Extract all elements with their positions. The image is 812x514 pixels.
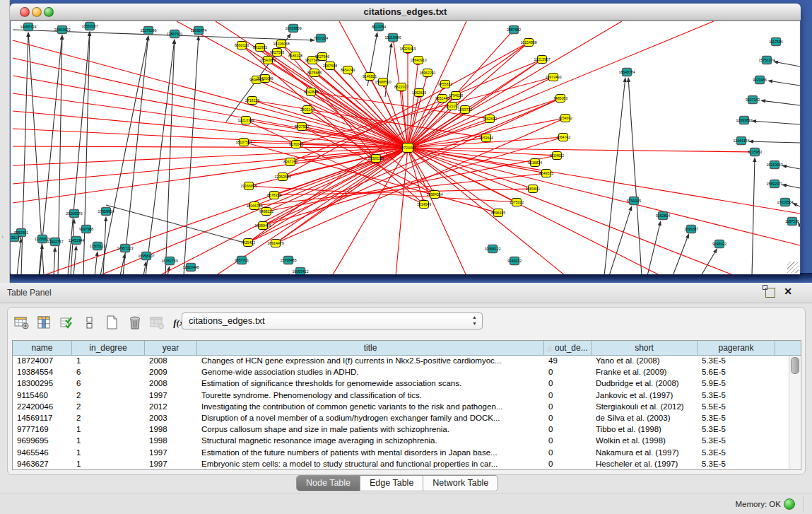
graph-node-label: 16210643 — [766, 163, 782, 167]
table-cell: 1997 — [145, 390, 197, 402]
graph-node-label: 10973493 — [545, 75, 561, 79]
graph-node-label: 16099469 — [254, 223, 271, 228]
table-cell: 14569117 — [13, 413, 72, 424]
select-mode-icon[interactable] — [59, 315, 76, 332]
network-window-titlebar[interactable]: citations_edges.txt — [10, 4, 801, 21]
network-canvas[interactable]: 1872400714055724200616231055328715276096… — [11, 21, 800, 274]
graph-node-label: 1095287 — [684, 227, 698, 231]
graph-node-label: 12867601 — [166, 32, 182, 36]
graph-node-label: 8549575 — [539, 171, 553, 175]
table-cell: 9115460 — [13, 390, 72, 402]
memory-ok-indicator-icon[interactable] — [784, 498, 795, 510]
table-row[interactable]: 1456911722003Disruption of a novel membe… — [13, 413, 801, 424]
graph-node-label: 12353594 — [274, 175, 290, 179]
table-cell: Embryonic stem cells: a model to study s… — [197, 459, 544, 470]
graph-node-label: 7462612 — [483, 117, 497, 121]
graph-node-label: 16648784 — [618, 70, 635, 74]
table-cell: 6 — [72, 367, 145, 378]
graph-node-label: 9350501 — [14, 230, 28, 235]
graph-node-label: 15718485 — [280, 258, 296, 262]
table-panel: Table Panel ✕ — [0, 283, 812, 514]
column-header-title[interactable]: title — [197, 341, 544, 355]
graph-node-label: 8896915 — [491, 211, 505, 215]
graph-node-label: 2887682 — [507, 28, 521, 32]
graph-node-label: 7857224 — [314, 36, 328, 40]
graph-node-label: 20061623 — [54, 28, 70, 32]
table-row[interactable]: 911546021997Tourette syndrome. Phenomeno… — [13, 390, 801, 402]
graph-node-label: 17957223 — [117, 246, 133, 250]
table-cell: 1 — [72, 448, 145, 459]
row-height-icon[interactable] — [81, 315, 98, 332]
import-table-icon[interactable] — [149, 315, 166, 332]
column-header-pagerank[interactable]: pagerank — [698, 341, 775, 355]
table-panel-header: Table Panel ✕ — [0, 283, 812, 303]
table-header-row[interactable]: namein_degreeyeartitle△out_de...shortpag… — [13, 341, 801, 356]
delete-table-icon[interactable] — [126, 315, 143, 332]
graph-node-label: 19218986 — [384, 35, 401, 40]
new-table-icon[interactable] — [104, 315, 121, 332]
table-settings-icon[interactable] — [13, 315, 30, 332]
table-cell: 0 — [544, 448, 592, 459]
desktop-shadow — [0, 273, 812, 283]
divider-collapse-icon[interactable]: › — [1, 233, 4, 240]
table-vertical-scrollbar[interactable] — [789, 356, 800, 469]
graph-node-label: 22420046 — [257, 76, 273, 81]
table-cell: 2 — [72, 390, 145, 402]
table-selector-value: citations_edges.txt — [189, 315, 265, 326]
table-cell: 18300295 — [13, 378, 72, 390]
graph-node-label: 10958122 — [484, 247, 500, 251]
tab-edge-table[interactable]: Edge Table — [360, 476, 423, 491]
table-cell: 5.3E-5 — [698, 390, 775, 402]
table-cell: Stergiakouli et al. (2012) — [592, 402, 698, 413]
graph-node-label: 9857791 — [235, 258, 249, 262]
table-row[interactable]: 977716911998Corpus callosum shape and si… — [13, 424, 801, 436]
graph-node-label: 1093712 — [458, 107, 472, 112]
table-row[interactable]: 1938455462009Genome-wide association stu… — [13, 367, 801, 378]
graph-node-label: 9827546 — [315, 54, 329, 59]
graph-node-label: 8822037 — [394, 85, 408, 89]
node-table[interactable]: namein_degreeyeartitle△out_de...shortpag… — [12, 340, 801, 470]
graph-node-label: 9242848 — [304, 90, 318, 94]
graph-node-label: 2204612 — [550, 153, 564, 158]
window-resize-grip[interactable] — [787, 262, 799, 273]
table-row[interactable]: 1872400712008Changes of HCN gene express… — [13, 356, 801, 367]
control-panel-divider[interactable]: › — [0, 0, 10, 283]
close-panel-icon[interactable]: ✕ — [784, 286, 792, 297]
column-header-name[interactable]: name — [13, 341, 72, 355]
table-toolbar: f(x) — [13, 313, 189, 333]
tab-node-table[interactable]: Node Table — [297, 476, 360, 491]
column-header-short[interactable]: short — [592, 341, 698, 355]
table-cell: 0 — [544, 413, 592, 424]
graph-node-label: 1681641 — [526, 187, 540, 191]
graph-node-label: 18325419 — [399, 47, 416, 51]
table-cell: 1 — [72, 356, 145, 367]
graph-node-label: 1216834 — [528, 160, 542, 165]
table-row[interactable]: 969969511998Structural magnetic resonanc… — [13, 436, 801, 447]
table-row[interactable]: 2242004622012Investigating the contribut… — [13, 402, 801, 413]
graph-node-label: 16033809 — [285, 26, 301, 30]
column-header-year[interactable]: year — [145, 341, 197, 355]
column-visibility-icon[interactable] — [36, 315, 53, 332]
graph-node-label: 8186328 — [288, 54, 302, 58]
float-panel-icon[interactable] — [765, 288, 775, 298]
table-cell: 0 — [544, 390, 592, 402]
table-row[interactable]: 1830029562008Estimation of significance … — [13, 378, 801, 390]
table-cell: 5.3E-5 — [698, 436, 775, 447]
graph-node-label: 1187536 — [785, 219, 799, 223]
table-cell: 1 — [72, 424, 145, 436]
table-selector-dropdown[interactable]: citations_edges.txt ▲▼ — [182, 313, 483, 329]
table-row[interactable]: 946362711997Embryonic stem cells: a mode… — [13, 459, 801, 470]
table-cell: 2012 — [145, 402, 197, 413]
graph-node-label: 10553287 — [81, 24, 98, 28]
column-header-indegree[interactable]: in_degree — [72, 341, 145, 355]
column-header-outde[interactable]: △out_de... — [544, 341, 592, 355]
scrollbar-thumb[interactable] — [791, 357, 799, 374]
dropdown-spinner-icon: ▲▼ — [472, 314, 477, 327]
network-view-window[interactable]: citations_edges.txt 18724007140557242006… — [10, 4, 801, 274]
table-cell: 0 — [544, 378, 592, 390]
tab-network-table[interactable]: Network Table — [423, 476, 498, 491]
table-tabs-bar: Node TableEdge TableNetwork Table — [0, 475, 812, 492]
graph-node-label: 16958107 — [138, 254, 154, 258]
graph-node-label: 8660123 — [235, 43, 249, 47]
table-row[interactable]: 946554611997Estimation of the future num… — [13, 448, 801, 459]
